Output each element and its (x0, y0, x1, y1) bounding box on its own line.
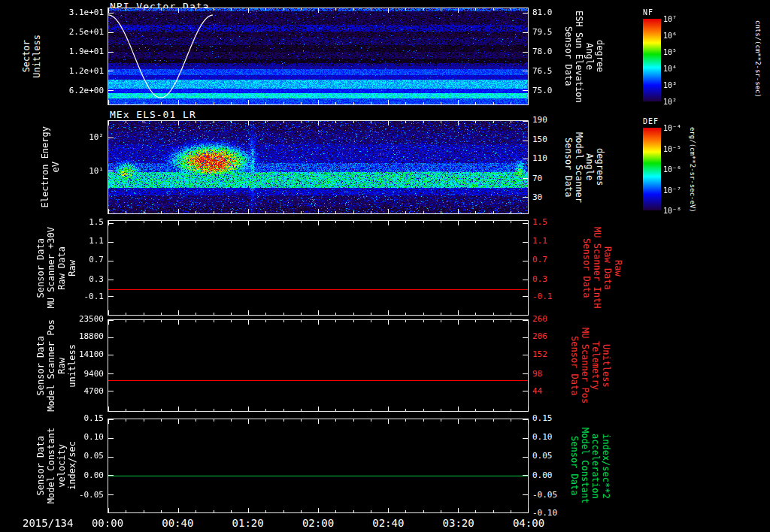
x-tick-mark (265, 221, 266, 223)
axis-title-line: Model Constant (580, 428, 590, 503)
y-tick-mark (108, 71, 114, 71)
x-tick-mark (405, 221, 406, 223)
axis-title-line: degree (595, 40, 605, 72)
x-tick-mark (405, 8, 406, 11)
npi-spectrogram-canvas (108, 8, 528, 104)
x-tick-mark (475, 510, 476, 512)
y-tick-mark (108, 438, 114, 439)
x-tick-mark (475, 121, 476, 123)
x-tick-mark (475, 419, 476, 422)
y-tick-mark (108, 355, 114, 355)
y-tick-label-right: 0.3 (532, 275, 570, 284)
x-tick-mark (196, 320, 196, 322)
x-tick-mark (405, 419, 406, 422)
x-tick-mark (144, 221, 144, 223)
colorbar-unit-def: erg/(cm**2-sr-sec-eV) (687, 122, 699, 218)
x-tick-mark (458, 121, 459, 125)
x-tick-mark (388, 320, 389, 325)
x-tick-mark (511, 510, 511, 512)
x-tick-mark (318, 100, 319, 104)
x-tick-mark (231, 320, 232, 322)
y-tick-label-left: 18800 (65, 332, 104, 341)
y-tick-mark (523, 52, 528, 53)
x-tick-mark (265, 409, 266, 411)
x-tick-mark (108, 419, 109, 424)
x-tick-mark (126, 8, 126, 11)
y-tick-mark (108, 138, 114, 138)
x-tick-mark (214, 419, 214, 422)
x-tick-mark (214, 221, 214, 223)
axis-title-line: Angle (584, 153, 594, 180)
x-tick-mark (318, 209, 319, 213)
y-tick-label-left: 14100 (65, 350, 104, 359)
x-tick-mark (458, 100, 459, 104)
colorbar-name-def: DEF (643, 117, 659, 125)
y-tick-label-left: 2.5e+01 (65, 28, 104, 37)
x-tick-mark (248, 209, 249, 213)
y-tick-mark (523, 90, 528, 91)
x-tick-mark (335, 211, 336, 213)
x-tick-mark (475, 8, 476, 11)
model-scanner-pos-trace (108, 380, 528, 381)
axis-title-line: velocity (57, 444, 67, 488)
x-tick-mark (493, 121, 494, 123)
x-tick-mark (196, 510, 196, 512)
x-tick-mark (335, 320, 336, 322)
x-tick-mark (248, 310, 249, 315)
x-tick-mark (441, 510, 441, 512)
x-tick-mark (248, 8, 249, 13)
y-tick-label-right: 0.00 (532, 471, 570, 480)
x-tick-mark (528, 320, 529, 325)
x-tick-mark (144, 409, 144, 411)
colorbar-unit-nf: cnts/(cm**2-sr-sec) (752, 6, 764, 111)
x-tick-mark (265, 320, 266, 322)
x-tick-mark (214, 510, 214, 512)
x-tick-mark (301, 320, 302, 322)
x-tick-mark (441, 102, 441, 104)
y-tick-label-left: 0.7 (65, 255, 104, 264)
x-tick-mark (178, 221, 179, 225)
axis-title-line: index/sec**2 (601, 434, 611, 499)
x-tick-mark (108, 221, 109, 225)
right-axis-title-model-constant-acceleration: Sensor DataModel Constantaccelerationind… (568, 419, 611, 513)
x-tick-mark (196, 8, 196, 11)
x-tick-mark (301, 313, 302, 315)
x-tick-mark (475, 221, 476, 223)
x-tick-mark (371, 320, 371, 322)
x-tick-mark (108, 407, 109, 411)
x-tick-mark (423, 409, 424, 411)
y-tick-label-right: 75.0 (532, 86, 570, 95)
y-tick-label-right: 0.10 (532, 433, 570, 442)
y-tick-mark (108, 242, 114, 243)
x-tick-mark (126, 409, 126, 411)
x-tick-mark (318, 221, 319, 225)
axis-title-line: Sensor Data (36, 436, 46, 495)
y-tick-mark (523, 32, 528, 33)
mu-scanner-30v-panel (108, 220, 529, 316)
y-tick-mark (108, 391, 114, 391)
y-tick-mark (108, 457, 114, 458)
x-tick-mark (511, 211, 511, 213)
x-tick-mark (214, 211, 214, 213)
axis-title-line: Telemetry (590, 341, 600, 390)
x-tick-mark (423, 313, 424, 315)
x-tick-mark (178, 209, 179, 213)
right-axis-title-mu-scanner-pos: Sensor DataMU Scanner PosTelemetryUnitle… (568, 319, 611, 412)
x-tick-mark (144, 102, 144, 104)
y-tick-label-right: 78.0 (532, 47, 570, 56)
x-tick-mark (318, 310, 319, 315)
x-tick-mark (214, 409, 214, 411)
axis-title-line: Sensor Data (569, 436, 579, 495)
colorbar-tick-label: 10⁷ (663, 15, 677, 23)
x-tick-mark (353, 409, 354, 411)
x-tick-mark (405, 320, 406, 322)
x-tick-mark (371, 102, 371, 104)
axis-title-line: Raw Data (602, 246, 612, 290)
x-tick-mark (301, 409, 302, 411)
x-tick-mark (231, 409, 232, 411)
y-tick-label-left: 0.10 (65, 433, 104, 442)
colorbar-tick-label: 10⁻⁴ (663, 124, 681, 132)
x-tick-mark (441, 419, 441, 422)
x-tick-mark (441, 409, 441, 411)
x-tick-mark (423, 221, 424, 223)
